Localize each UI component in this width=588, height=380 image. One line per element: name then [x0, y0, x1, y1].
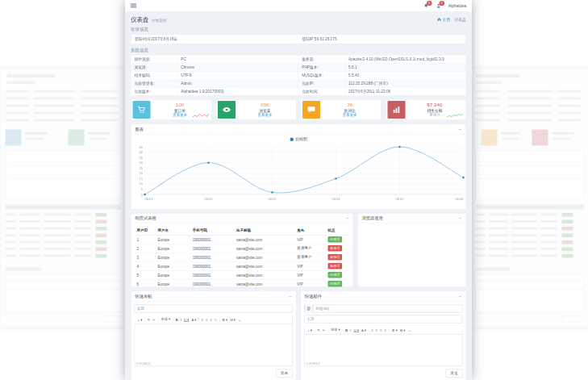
user-icon[interactable]: 5: [436, 3, 441, 9]
skeleton-block: [562, 227, 573, 231]
sys-value: 112.25.29.288 (广州市): [345, 79, 466, 87]
stat-link[interactable]: 查看更多: [320, 113, 379, 118]
skeleton-block: [6, 268, 42, 271]
user-badge: 5: [440, 1, 444, 6]
bold-button[interactable]: B: [174, 317, 179, 322]
post-title-input[interactable]: [135, 305, 294, 313]
table-row[interactable]: 4Europe190000001sama@site.comVIP未激活: [135, 261, 350, 270]
legend-dot-icon: [290, 138, 294, 142]
align-left-button[interactable]: ≡: [370, 328, 374, 332]
skeleton-block: [44, 220, 71, 223]
collapse-icon[interactable]: −: [459, 127, 462, 132]
publish-button[interactable]: 发布: [276, 370, 293, 378]
menu-toggle-icon[interactable]: [131, 3, 136, 8]
skeleton-block: [7, 74, 56, 78]
skeleton-block: [541, 255, 557, 257]
fullscreen-button[interactable]: ↔: [407, 328, 412, 332]
fullscreen-button[interactable]: ↔: [237, 317, 243, 322]
align-center-button[interactable]: ≡: [205, 317, 209, 322]
list-button[interactable]: ≣ ▾: [221, 317, 229, 322]
underline-button[interactable]: U ▾: [352, 328, 360, 332]
insert-button[interactable]: + ▾: [136, 317, 144, 322]
stat-value: 36: [320, 102, 379, 108]
page-title: 仪表盘: [131, 16, 149, 24]
skeleton-block: [75, 220, 91, 223]
skeleton-block: [508, 105, 553, 107]
collapse-icon[interactable]: −: [459, 215, 462, 221]
skeleton-block: [7, 81, 35, 85]
col-header[interactable]: 用户名: [156, 227, 190, 236]
mail-subject-input[interactable]: [304, 315, 463, 324]
table-button[interactable]: ⊞ ▾: [229, 317, 237, 322]
status-badge: 未激活: [327, 254, 342, 261]
align-justify-button[interactable]: ≡: [214, 317, 218, 322]
pencil-icon[interactable]: ✎: [316, 328, 322, 332]
align-right-button[interactable]: ≡: [379, 328, 383, 332]
col-header[interactable]: 状态: [325, 227, 349, 236]
line-chart[interactable]: 05101520253035404506:0106:0206:0306:0406…: [135, 143, 469, 207]
username[interactable]: Alphaldea: [448, 3, 466, 8]
chart-legend[interactable]: 折线图: [135, 137, 463, 143]
table-row[interactable]: 2Europe190000001sama@site.com普通用户未激活: [135, 244, 350, 253]
skeleton-block: [490, 214, 508, 216]
col-header[interactable]: 手机号码: [190, 227, 234, 236]
col-header[interactable]: 电子邮箱: [234, 227, 294, 236]
svg-text:06:05: 06:05: [395, 197, 404, 201]
insert-button[interactable]: + ▾: [307, 328, 314, 332]
quick-mail-body: @ + ▾ ✎ ✂ 宋体 ▾ B: [301, 302, 466, 380]
font-family-dropdown[interactable]: 宋体 ▾: [329, 328, 341, 333]
skeleton-block: [476, 282, 585, 289]
quick-post-title: 快速发帖: [136, 294, 152, 299]
skeleton-block: [512, 248, 537, 250]
list-button[interactable]: ≣ ▾: [390, 328, 398, 332]
skeleton-block: [490, 234, 508, 236]
mail-to-input[interactable]: [313, 305, 463, 313]
underline-button[interactable]: U ▾: [183, 317, 190, 322]
collapse-icon[interactable]: −: [346, 215, 349, 221]
skeleton-block: [558, 98, 581, 100]
cut-icon[interactable]: ✂: [321, 328, 327, 332]
skeleton-block: [96, 248, 107, 252]
skeleton-block: [75, 214, 91, 216]
skeleton-block: [476, 119, 500, 122]
font-family-dropdown[interactable]: 宋体 ▾: [160, 317, 172, 323]
cut-icon[interactable]: ✂: [152, 317, 157, 322]
table-row[interactable]: 1Europe190000001sama@site.comVIP已激活: [135, 235, 350, 244]
table-row[interactable]: 6Europe190000001sama@site.comVIP已激活: [135, 279, 350, 288]
skeleton-block: [476, 268, 510, 271]
collapse-icon[interactable]: −: [289, 294, 292, 299]
col-header[interactable]: 角色: [294, 227, 325, 236]
post-editor-area[interactable]: 0 WORDS: [135, 324, 294, 366]
send-button[interactable]: 发送: [446, 370, 463, 378]
align-right-button[interactable]: ≡: [209, 317, 213, 322]
background-window-left: [0, 69, 127, 328]
stat-body: 656 浏览量 查看更多: [236, 102, 294, 117]
table-row[interactable]: 3Europe190000001sama@site.com普通用户未激活: [135, 253, 350, 261]
breadcrumb-home[interactable]: 主页: [437, 17, 451, 23]
skeleton-block: [512, 220, 537, 223]
bell-icon[interactable]: 5: [423, 3, 429, 9]
skeleton-block: [44, 228, 71, 230]
skeleton-block: [35, 119, 75, 122]
skeleton-block: [476, 234, 486, 236]
font-color-button[interactable]: A ▾: [190, 317, 198, 322]
skeleton-block: [476, 214, 486, 216]
font-color-button[interactable]: A ▾: [360, 328, 367, 332]
bold-button[interactable]: B: [344, 328, 349, 332]
collapse-icon[interactable]: −: [459, 294, 462, 299]
skeleton-block: [562, 248, 573, 252]
skeleton-block: [20, 248, 40, 250]
align-center-button[interactable]: ≡: [374, 328, 378, 332]
pencil-icon[interactable]: ✎: [146, 317, 152, 322]
skeleton-block: [476, 274, 585, 281]
stat-link[interactable]: 查看更多: [236, 113, 294, 118]
align-justify-button[interactable]: ≡: [383, 328, 387, 332]
table-button[interactable]: ⊞ ▾: [398, 328, 407, 332]
align-left-button[interactable]: ≡: [200, 317, 204, 322]
table-row[interactable]: 5Europe190000001sama@site.comVIP已激活: [135, 270, 350, 279]
mail-editor-area[interactable]: 0 WORDS: [304, 334, 463, 366]
skeleton-block: [482, 130, 498, 146]
col-header[interactable]: 用户ID: [135, 227, 156, 236]
stat-value: 100: [151, 102, 210, 108]
svg-text:0: 0: [141, 193, 144, 197]
